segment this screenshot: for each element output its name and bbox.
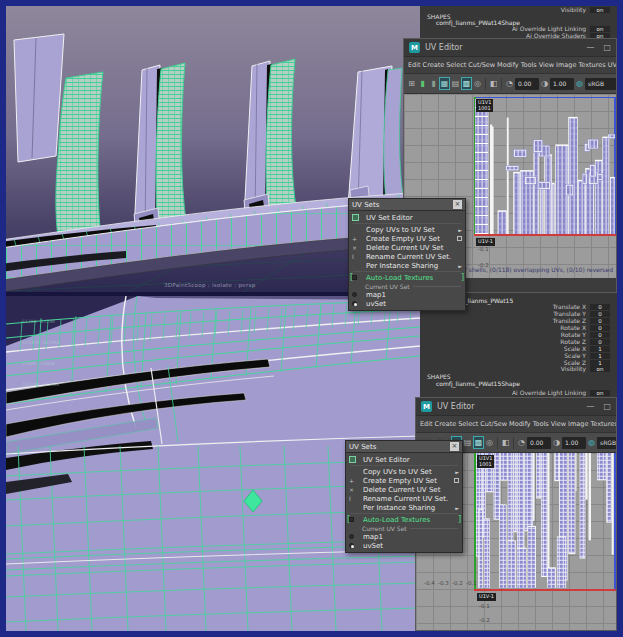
attr-value[interactable]: 0 (590, 311, 610, 317)
ruler-tick: -0.3 (438, 580, 449, 586)
bars-dim-icon[interactable]: ▮ (428, 77, 439, 90)
attr-value[interactable]: 0 (590, 304, 610, 310)
radio-icon[interactable] (352, 292, 357, 297)
attr-value[interactable]: on (590, 366, 610, 372)
menu-image[interactable]: Image (567, 420, 589, 428)
attr-value[interactable]: 0 (590, 332, 610, 338)
attr-value[interactable]: 0 (590, 325, 610, 331)
uv-sets-menu-header[interactable]: UV Sets × (346, 441, 462, 453)
menu-item-per-instance-sharing[interactable]: Per Instance Sharing► (349, 261, 465, 270)
attr-value[interactable]: on (590, 7, 610, 13)
shapes-section-label[interactable]: SHAPES (420, 373, 617, 380)
menu-view[interactable]: View (550, 420, 567, 428)
exposure-icon[interactable]: ◔ (516, 436, 527, 449)
minimize-icon[interactable]: — (586, 43, 594, 52)
radio-selected-icon[interactable] (352, 301, 357, 306)
menu-item-map1[interactable]: map1 (346, 532, 462, 541)
shell-bars-icon[interactable]: ▮ (417, 77, 428, 90)
menu-textures[interactable]: Textures (577, 61, 606, 69)
menu-item-uvset[interactable]: uvSet (346, 541, 462, 550)
maya-app-icon: M (421, 401, 432, 412)
menu-item-uv-set-editor[interactable]: UV Set Editor (349, 213, 465, 222)
menu-modify[interactable]: Modify (496, 61, 520, 69)
uv-sets-menu-header[interactable]: UV Sets × (349, 199, 465, 211)
target-icon[interactable]: ◎ (484, 436, 495, 449)
pixel-snap-icon[interactable]: ▩ (461, 77, 472, 90)
radio-icon[interactable] (349, 534, 354, 539)
radio-selected-icon[interactable] (349, 543, 354, 548)
attr-value[interactable]: 1 (590, 353, 610, 359)
close-icon[interactable]: × (450, 442, 459, 451)
menu-item-copy-uvs[interactable]: Copy UVs to UV Set► (349, 225, 465, 234)
colorspace-select[interactable]: sRGB gamma (597, 437, 616, 449)
option-box-icon[interactable] (457, 236, 462, 241)
title-bar[interactable]: M UV Editor — □ (416, 398, 616, 416)
gamma-icon[interactable]: ◑ (539, 77, 550, 90)
menu-item-copy-uvs[interactable]: Copy UVs to UV Set► (346, 467, 462, 476)
attr-value[interactable]: on (590, 26, 610, 32)
option-box-icon[interactable] (454, 478, 459, 483)
uv-transform-icon[interactable]: ⊞ (406, 77, 417, 90)
menu-tools[interactable]: Tools (532, 420, 550, 428)
colorspace-icon[interactable]: ◍ (574, 77, 585, 90)
checkbox-icon[interactable] (352, 275, 357, 280)
menu-uv-sets[interactable]: UV Sets (607, 61, 616, 69)
attr-value[interactable]: 1 (590, 346, 610, 352)
menu-cutsew[interactable]: Cut/Sew (479, 420, 508, 428)
menu-item-uvset[interactable]: uvSet (349, 299, 465, 308)
gamma-icon[interactable]: ◑ (551, 436, 562, 449)
grid-off-icon[interactable]: ▤ (462, 436, 473, 449)
image-display-icon[interactable]: ◧ (488, 77, 499, 90)
menu-item-auto-load-textures[interactable]: Auto-Load Textures (346, 515, 462, 524)
menu-create[interactable]: Create (434, 420, 458, 428)
menu-item-auto-load-textures[interactable]: Auto-Load Textures (349, 273, 465, 282)
grid-off-icon[interactable]: ▤ (450, 77, 461, 90)
gamma-field[interactable]: 1.00 (550, 78, 574, 90)
colorspace-select[interactable]: sRGB gamma (585, 78, 616, 90)
menu-item-rename-current-uv-set[interactable]: IRename Current UV Set... (346, 494, 462, 503)
target-icon[interactable]: ◎ (472, 77, 483, 90)
exposure-icon[interactable]: ◔ (504, 77, 515, 90)
maya-app-icon: M (409, 42, 420, 53)
menu-view[interactable]: View (538, 61, 555, 69)
minimize-icon[interactable]: — (586, 402, 594, 411)
pixel-snap-icon[interactable]: ▩ (473, 436, 484, 449)
exposure-field[interactable]: 0.00 (527, 437, 551, 449)
title-bar[interactable]: M UV Editor — □ (404, 39, 616, 57)
menu-item-per-instance-sharing[interactable]: Per Instance Sharing► (346, 503, 462, 512)
maximize-icon[interactable]: □ (603, 43, 611, 52)
menu-select[interactable]: Select (445, 61, 467, 69)
gamma-field[interactable]: 1.00 (562, 437, 586, 449)
grid-on-icon[interactable]: ▦ (439, 77, 450, 90)
menu-select[interactable]: Select (457, 420, 479, 428)
maximize-icon[interactable]: □ (603, 402, 611, 411)
shape-node-name[interactable]: comfj_lianms_PWat15Shape (420, 380, 617, 387)
checkbox-icon[interactable] (349, 517, 354, 522)
menu-image[interactable]: Image (555, 61, 577, 69)
uv-shells[interactable] (476, 453, 614, 588)
attr-value[interactable]: on (590, 390, 610, 396)
menu-item-delete-current-uv-set[interactable]: ×Delete Current UV Set (346, 485, 462, 494)
close-icon[interactable]: × (453, 200, 462, 209)
menu-modify[interactable]: Modify (508, 420, 532, 428)
image-display-icon[interactable]: ◧ (500, 436, 511, 449)
menu-item-map1[interactable]: map1 (349, 290, 465, 299)
attr-value[interactable]: 0 (590, 339, 610, 345)
menu-item-create-empty-uv-set[interactable]: +Create Empty UV Set (349, 234, 465, 243)
create-uv-set-icon: + (349, 477, 363, 484)
colorspace-icon[interactable]: ◍ (586, 436, 597, 449)
menu-create[interactable]: Create (422, 61, 446, 69)
menu-item-rename-current-uv-set[interactable]: IRename Current UV Set... (349, 252, 465, 261)
attr-value[interactable]: 0 (590, 318, 610, 324)
menu-edit[interactable]: Edit (419, 420, 434, 428)
menu-cutsew[interactable]: Cut/Sew (467, 61, 496, 69)
menu-item-create-empty-uv-set[interactable]: +Create Empty UV Set (346, 476, 462, 485)
uv-shells[interactable] (475, 99, 615, 234)
exposure-field[interactable]: 0.00 (515, 78, 539, 90)
menu-textures[interactable]: Textures (589, 420, 616, 428)
menu-item-delete-current-uv-set[interactable]: ×Delete Current UV Set (349, 243, 465, 252)
menu-tools[interactable]: Tools (520, 61, 538, 69)
menu-edit[interactable]: Edit (407, 61, 422, 69)
menu-item-uv-set-editor[interactable]: UV Set Editor (346, 455, 462, 464)
attr-value[interactable]: 1 (590, 360, 610, 366)
